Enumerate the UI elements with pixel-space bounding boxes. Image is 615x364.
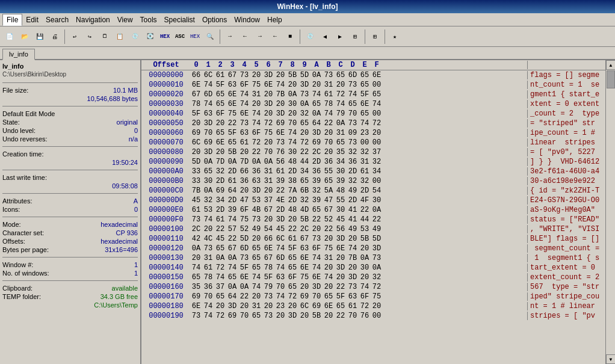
byte-value: 0A: [287, 90, 298, 99]
table-row[interactable]: 000000405F636F756E74203D20320A7479706500…: [141, 109, 605, 119]
disk-op-btn[interactable]: 💿: [303, 29, 317, 44]
table-row[interactable]: 000000606970655F636F756E74203D2031092320…: [141, 128, 605, 138]
bytes-cell: 6970656422207374726970655F636F75: [191, 292, 527, 301]
byte-value: 2D: [227, 167, 238, 176]
disk-btn[interactable]: 💿: [128, 29, 142, 44]
grid-btn[interactable]: ⊞: [368, 29, 382, 44]
arrow-left2-btn[interactable]: ←: [268, 29, 282, 44]
byte-value: 6E: [335, 244, 346, 253]
table-row[interactable]: 000000B033302D61366331393865396539323200…: [141, 176, 605, 186]
search-btn[interactable]: 🔍: [203, 29, 217, 44]
table-row[interactable]: 000000905D0A7D0A7D0A0A5648442D3634363132…: [141, 157, 605, 167]
temp-folder-size: 34.3 GB free: [100, 293, 138, 300]
byte-value: 75: [323, 244, 334, 253]
table-row[interactable]: 00000110424C45225D20666C616773203D205B5D…: [141, 234, 605, 244]
star-btn[interactable]: ★: [388, 29, 402, 44]
byte-value: 6E: [263, 244, 274, 253]
arrow-right-btn[interactable]: →: [223, 29, 237, 44]
new-button[interactable]: 📄: [2, 29, 17, 44]
byte-value: 65: [287, 283, 298, 291]
divider-2: [2, 106, 138, 106]
menu-edit[interactable]: Edit: [22, 14, 42, 25]
table-row[interactable]: 000000A03365322D663631612D343655302D6134…: [141, 167, 605, 176]
byte-header-1: 1: [203, 61, 214, 69]
menu-specialist[interactable]: Specialist: [161, 14, 199, 25]
menu-help[interactable]: Help: [264, 14, 286, 25]
attributes-row: Attributes: A: [2, 197, 138, 205]
byte-value: 20: [251, 71, 262, 79]
table-row[interactable]: 00000050203D202273747269706564220A737472…: [141, 119, 605, 128]
disk-btn2[interactable]: 💽: [143, 29, 157, 44]
byte-value: 22: [227, 119, 238, 128]
byte-value: 74: [251, 273, 262, 282]
table-row[interactable]: 0000019073747269706573203D205B2022707600…: [141, 311, 605, 321]
table-row[interactable]: 000000F0737461747573203D205B225245414422…: [141, 215, 605, 224]
tab-lv-info[interactable]: lv_info: [2, 49, 35, 60]
table-row[interactable]: 00000020676D656E7431207B0A73746172745F65…: [141, 90, 605, 99]
byte-value: 45: [335, 215, 346, 224]
arrow-right2-btn[interactable]: →: [253, 29, 267, 44]
table-row[interactable]: 000000C07B0A6964203D20227A6B325A48492D54…: [141, 186, 605, 196]
asc-btn[interactable]: ASC: [173, 29, 187, 44]
prev-btn[interactable]: ◀: [318, 29, 332, 44]
table-row[interactable]: 000000706C696E65617220737472697065730000…: [141, 138, 605, 147]
table-row[interactable]: 000001806E74203D20312023206C696E65617220…: [141, 301, 605, 311]
byte-value: 6D: [203, 90, 214, 99]
undo-button[interactable]: ↩: [67, 29, 82, 44]
table-row[interactable]: 000000307874656E74203D20300A657874656E74…: [141, 99, 605, 109]
table-row[interactable]: 000001706970656422207374726970655F636F75…: [141, 292, 605, 301]
byte-value: 3D: [203, 148, 214, 156]
menu-options[interactable]: Options: [199, 14, 230, 25]
hex-btn[interactable]: HEX: [158, 29, 172, 44]
menu-window[interactable]: Window: [230, 14, 264, 25]
save-button[interactable]: 💾: [32, 29, 47, 44]
byte-value: 66: [263, 235, 274, 243]
byte-value: 20: [311, 225, 322, 233]
text-cell: gment1 { start_e: [527, 90, 605, 99]
stop-btn[interactable]: ■: [283, 29, 297, 44]
scroll-track[interactable]: [606, 70, 615, 354]
menu-navigation[interactable]: Navigation: [72, 14, 114, 25]
divider-4: [2, 170, 138, 170]
byte-value: 36: [311, 167, 322, 176]
vertical-scrollbar[interactable]: ▲ ▼: [605, 60, 615, 364]
byte-value: 65: [251, 244, 262, 253]
hex2-btn[interactable]: HEX: [188, 29, 202, 44]
byte-value: 32: [371, 273, 382, 282]
next-btn[interactable]: ▶: [333, 29, 347, 44]
table-row[interactable]: 000001603536370A0A74797065203D2022737472…: [141, 282, 605, 292]
print-button[interactable]: 🖨: [48, 29, 62, 44]
redo-button[interactable]: ↪: [82, 29, 97, 44]
table-row[interactable]: 00000000666C616773203D205B5D0A73656D656E…: [141, 70, 605, 80]
table-row[interactable]: 0000013020310A0A7365676D656E7431207B0A73…: [141, 253, 605, 263]
bytes-cell: 6E74203D20312023206C696E65617220: [191, 302, 527, 310]
hex-rows-container[interactable]: 00000000666C616773203D205B5D0A73656D656E…: [141, 70, 605, 364]
byte-value: 5D: [191, 158, 202, 166]
copy-button[interactable]: 🗒: [97, 29, 112, 44]
byte-value: 72: [371, 283, 382, 291]
open-button[interactable]: 📂: [17, 29, 32, 44]
menu-file[interactable]: File: [2, 14, 22, 26]
table-row[interactable]: 00000140746172745F657874656E74203D20300A…: [141, 263, 605, 273]
paste-button[interactable]: 📋: [113, 29, 127, 44]
byte-value: 74: [275, 244, 286, 253]
table-row[interactable]: 000000D04532342D4753374E2D323947552D4F30…: [141, 196, 605, 205]
byte-value: 63: [299, 244, 310, 253]
menu-view[interactable]: View: [114, 14, 137, 25]
byte-value: 74: [203, 81, 214, 89]
scroll-thumb[interactable]: [607, 70, 615, 88]
target-btn[interactable]: ⊞: [348, 29, 362, 44]
arrow-left-btn[interactable]: ←: [238, 29, 252, 44]
table-row[interactable]: 00000080203D205B2022707630222C2035323237…: [141, 147, 605, 157]
table-row[interactable]: 000001002C20225752495445222C202256495349…: [141, 224, 605, 234]
scroll-down-button[interactable]: ▼: [606, 354, 615, 364]
table-row[interactable]: 000001200A7365676D656E745F636F756E74203D…: [141, 244, 605, 253]
scroll-up-button[interactable]: ▲: [606, 60, 615, 70]
offset-cell: 000000B0: [141, 177, 191, 185]
table-row[interactable]: 000000E061532D396F4B672D484D65673041220A…: [141, 205, 605, 215]
menu-search[interactable]: Search: [42, 14, 72, 25]
byte-value: 78: [203, 273, 214, 282]
table-row[interactable]: 00000150657874656E745F636F756E74203D2032…: [141, 273, 605, 282]
table-row[interactable]: 000000106E745F636F756E74203D203120736500…: [141, 80, 605, 90]
menu-tools[interactable]: Tools: [137, 14, 161, 25]
